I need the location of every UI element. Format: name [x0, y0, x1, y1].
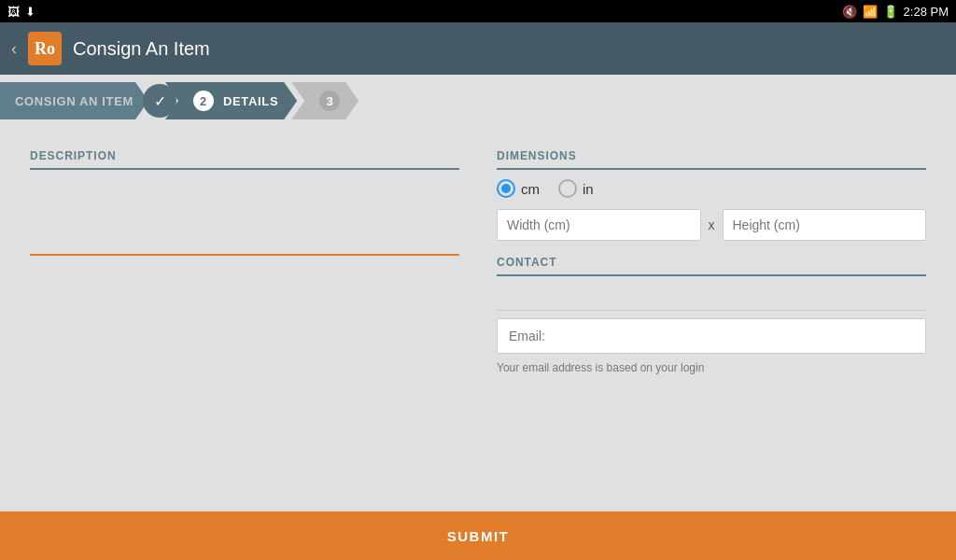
- step-2-label: DETAILS: [223, 94, 278, 108]
- step-1-label: CONSIGN AN ITEM: [15, 94, 134, 108]
- description-label: DESCRIPTION: [30, 149, 459, 170]
- mute-icon: 🔇: [842, 5, 857, 19]
- clock: 2:28 PM: [904, 5, 949, 19]
- app-logo: Ro: [28, 32, 62, 65]
- dimension-separator: x: [709, 217, 715, 232]
- step-2-number: 2: [193, 91, 214, 111]
- submit-label: SUBMIT: [447, 528, 510, 544]
- submit-button[interactable]: SUBMIT: [0, 511, 956, 560]
- in-radio-circle[interactable]: [558, 179, 577, 198]
- app-header: ‹ Ro Consign An Item: [0, 22, 956, 75]
- cm-radio[interactable]: cm: [497, 179, 540, 198]
- in-label: in: [583, 181, 594, 197]
- height-input[interactable]: [723, 209, 927, 241]
- step-3-number: 3: [319, 91, 340, 111]
- description-section: DESCRIPTION: [30, 149, 459, 538]
- battery-icon: 🔋: [883, 5, 898, 19]
- step-3: 3: [291, 82, 358, 119]
- stepper: CONSIGN AN ITEM ✓ 2 DETAILS 3: [0, 75, 956, 127]
- phone-input[interactable]: [497, 284, 926, 311]
- image-icon: 🖼: [7, 5, 20, 19]
- download-icon: ⬇: [25, 5, 35, 19]
- dimensions-inputs: x: [497, 209, 926, 241]
- step-1-label-box: CONSIGN AN ITEM: [0, 82, 148, 119]
- in-radio[interactable]: in: [558, 179, 594, 198]
- dimensions-section: DIMENSIONS cm in x: [497, 149, 926, 241]
- right-column: DIMENSIONS cm in x CONTACT: [497, 149, 926, 538]
- description-input[interactable]: [30, 181, 459, 256]
- width-input[interactable]: [497, 209, 701, 241]
- step-1-check: ✓: [143, 84, 176, 118]
- unit-radio-group: cm in: [497, 179, 926, 198]
- status-bar: 🖼 ⬇ 🔇 📶 🔋 2:28 PM: [0, 0, 956, 22]
- status-bar-left: 🖼 ⬇: [7, 5, 35, 19]
- app-title: Consign An Item: [73, 38, 210, 60]
- status-bar-right: 🔇 📶 🔋 2:28 PM: [842, 5, 949, 19]
- contact-label: CONTACT: [497, 256, 926, 276]
- contact-section: CONTACT Your email address is based on y…: [497, 256, 926, 374]
- step-2: 2 DETAILS: [165, 82, 297, 119]
- email-input[interactable]: [497, 318, 926, 354]
- back-button[interactable]: ‹: [11, 39, 17, 59]
- wifi-icon: 📶: [863, 5, 878, 19]
- dimensions-label: DIMENSIONS: [497, 149, 926, 170]
- email-hint: Your email address is based on your logi…: [497, 361, 926, 374]
- main-content: DESCRIPTION DIMENSIONS cm in x: [0, 127, 956, 560]
- cm-radio-circle[interactable]: [497, 179, 515, 198]
- step-1: CONSIGN AN ITEM: [0, 75, 148, 127]
- cm-label: cm: [521, 181, 540, 197]
- checkmark-icon: ✓: [154, 92, 166, 110]
